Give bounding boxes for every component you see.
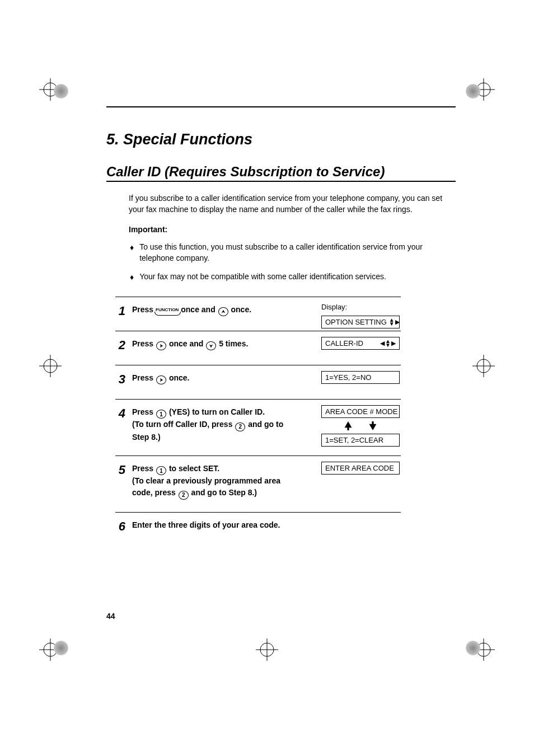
section-title: Caller ID (Requires Subscription to Serv… [106, 164, 456, 182]
up-down-arrows-icon [321, 421, 400, 430]
display-text: CALLER-ID [325, 339, 363, 348]
corner-ornament [466, 84, 480, 98]
corner-ornament [54, 641, 68, 655]
steps-table: 1Press FUNCTION once and once.Display:OP… [115, 297, 401, 546]
step-text: Press [132, 407, 156, 416]
display-box: 1=SET, 2=CLEAR [321, 434, 400, 447]
diamond-bullet-icon: ♦ [130, 242, 134, 264]
step-body: Press FUNCTION once and once. [132, 304, 300, 316]
right-key-icon [156, 341, 166, 350]
display-text: ENTER AREA CODE [325, 464, 394, 472]
registration-mark [39, 355, 62, 377]
registration-mark [256, 638, 278, 661]
step-number: 1 [115, 304, 125, 318]
step-number: 6 [115, 519, 125, 534]
display-text: OPTION SETTING [325, 318, 387, 326]
step-number: 5 [115, 463, 125, 477]
step-text: once. [229, 305, 251, 314]
step-text: and go to Step 8.) [189, 488, 257, 497]
step-text: once. [167, 373, 189, 382]
diamond-bullet-icon: ♦ [130, 272, 134, 283]
step-text: Press [132, 339, 156, 348]
chapter-title: 5. Special Functions [106, 131, 456, 148]
top-rule [106, 106, 456, 107]
step-body: Press once. [132, 372, 300, 384]
display-label: Display: [321, 303, 347, 311]
up-key-icon [218, 307, 228, 316]
step-number: 2 [115, 338, 125, 353]
display-column: 1=YES, 2=NO [321, 371, 400, 384]
step-number: 3 [115, 372, 125, 387]
corner-ornament [466, 641, 480, 655]
step-number: 4 [115, 406, 125, 421]
display-column: AREA CODE # MODE1=SET, 2=CLEAR [321, 405, 400, 447]
function-key-icon: FUNCTION [156, 307, 179, 313]
right-key-icon [156, 375, 166, 384]
display-text: 1=SET, 2=CLEAR [325, 436, 383, 444]
display-box: ENTER AREA CODE [321, 462, 400, 475]
important-label: Important: [129, 225, 456, 234]
step-row: 3Press once.1=YES, 2=NO [115, 365, 401, 400]
display-column: Display:OPTION SETTING▲▼▶ [321, 303, 400, 328]
display-column: ENTER AREA CODE [321, 462, 400, 475]
num-1-key-icon: 1 [156, 410, 166, 419]
display-box: 1=YES, 2=NO [321, 371, 400, 384]
intro-paragraph: If you subscribe to a caller identificat… [129, 193, 456, 215]
step-text: Enter the three digits of your area code… [132, 520, 280, 529]
display-text: 1=YES, 2=NO [325, 373, 371, 382]
down-key-icon [206, 341, 216, 350]
step-text: (YES) to turn on Caller ID. [167, 407, 265, 416]
bullet-item: ♦ To use this function, you must subscri… [129, 242, 456, 264]
step-body: Press once and 5 times. [132, 338, 300, 350]
display-box: AREA CODE # MODE [321, 405, 400, 418]
step-text: to select SET. [167, 464, 219, 473]
step-text: once and [167, 339, 205, 348]
corner-ornament [54, 84, 68, 98]
registration-mark [472, 355, 495, 377]
step-body: Press 1 to select SET.(To clear a previo… [132, 463, 300, 500]
page-content: 5. Special Functions Caller ID (Requires… [106, 106, 456, 546]
display-column: CALLER-ID◀▲▼▶ [321, 337, 400, 350]
step-body: Press 1 (YES) to turn on Caller ID.(To t… [132, 406, 300, 443]
page-number: 44 [106, 612, 115, 621]
arrow-indicator-icon: ◀▲▼▶ [380, 339, 396, 347]
display-box: CALLER-ID◀▲▼▶ [321, 337, 400, 350]
step-row: 6Enter the three digits of your area cod… [115, 513, 401, 546]
step-row: 2Press once and 5 times.CALLER-ID◀▲▼▶ [115, 331, 401, 365]
step-text: 5 times. [217, 339, 248, 348]
step-text: (To turn off Caller ID, press [132, 420, 235, 429]
num-2-key-icon: 2 [179, 491, 189, 500]
display-box: OPTION SETTING▲▼▶ [321, 316, 400, 328]
step-text: Press [132, 305, 156, 314]
step-text: Press [132, 373, 156, 382]
step-row: 4Press 1 (YES) to turn on Caller ID.(To … [115, 400, 401, 456]
step-text: Press [132, 464, 156, 473]
arrow-indicator-icon: ▲▼▶ [389, 318, 400, 326]
step-row: 1Press FUNCTION once and once.Display:OP… [115, 297, 401, 331]
bullet-text: Your fax may not be compatible with some… [139, 271, 386, 283]
num-1-key-icon: 1 [156, 466, 166, 475]
bullet-text: To use this function, you must subscribe… [139, 242, 456, 264]
step-text: once and [179, 305, 217, 314]
display-text: AREA CODE # MODE [325, 407, 397, 416]
num-2-key-icon: 2 [235, 422, 245, 431]
step-body: Enter the three digits of your area code… [132, 519, 300, 531]
step-row: 5Press 1 to select SET.(To clear a previ… [115, 456, 401, 513]
bullet-item: ♦ Your fax may not be compatible with so… [129, 271, 456, 283]
